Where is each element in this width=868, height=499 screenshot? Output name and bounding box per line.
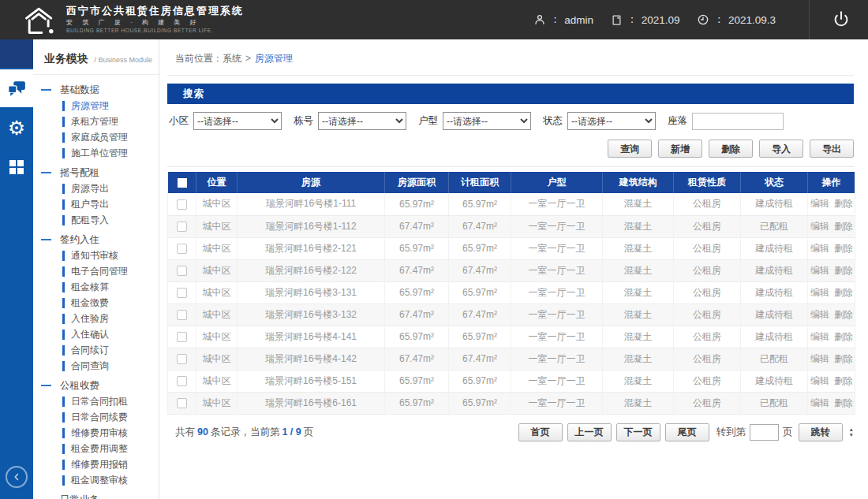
edit-link[interactable]: 编辑 (810, 287, 829, 298)
delete-link[interactable]: 删除 (834, 309, 853, 320)
menu-group-label[interactable]: 日常业务 (60, 493, 99, 499)
table-row: 城中区瑞景河畔16号楼1-11165.97m²65.97m²一室一厅一卫混凝土公… (168, 193, 855, 215)
delete-link[interactable]: 删除 (834, 331, 853, 342)
page-buttons: 首页上一页下一页尾页 (518, 423, 709, 441)
edit-link[interactable]: 编辑 (810, 243, 829, 254)
select-all-checkbox[interactable] (178, 178, 187, 188)
sidebar-item[interactable]: 租户导出 (33, 196, 159, 212)
search-select-2[interactable]: --请选择-- (318, 112, 406, 130)
delete-link[interactable]: 删除 (834, 198, 853, 209)
menu-group[interactable]: 基础数据 (33, 82, 159, 98)
menu-group-label[interactable]: 摇号配租 (60, 166, 99, 180)
jump-button[interactable]: 跳转 (799, 423, 843, 441)
prev-page-button[interactable]: 上一页 (567, 423, 612, 441)
edit-link[interactable]: 编辑 (810, 353, 829, 364)
last-page-button[interactable]: 尾页 (665, 423, 709, 441)
nav-settings[interactable]: ⚙ (0, 109, 33, 147)
column-header: 户型 (511, 172, 603, 193)
search-select-3[interactable]: --请选择-- (443, 112, 531, 130)
delete-link[interactable]: 删除 (834, 265, 853, 276)
sidebar-item[interactable]: 租金调整审核 (33, 472, 159, 488)
sidebar-item[interactable]: 通知书审核 (33, 248, 159, 263)
delete-button[interactable]: 删除 (709, 140, 753, 158)
sidebar-item[interactable]: 入住确认 (33, 326, 159, 342)
sidebar-item[interactable]: 配租导入 (33, 212, 159, 228)
edit-link[interactable]: 编辑 (810, 198, 829, 209)
search-select-1[interactable]: --请选择-- (193, 112, 282, 130)
sidebar-item[interactable]: 房源管理 (33, 98, 159, 114)
delete-link[interactable]: 删除 (834, 287, 853, 298)
sidebar-item-label: 维修费用报销 (71, 458, 128, 471)
export-button[interactable]: 导出 (810, 140, 854, 158)
nav-apps[interactable] (0, 148, 33, 186)
menu-group[interactable]: 日常业务 (33, 492, 159, 499)
row-checkbox[interactable] (177, 332, 187, 342)
sidebar-item[interactable]: 日常合同续费 (33, 409, 159, 425)
delete-link[interactable]: 删除 (834, 221, 853, 232)
checkbox-cell (168, 281, 196, 303)
delete-link[interactable]: 删除 (834, 375, 853, 386)
delete-link[interactable]: 删除 (834, 397, 853, 408)
nav-messages[interactable] (0, 69, 33, 107)
row-checkbox[interactable] (177, 244, 187, 254)
edit-link[interactable]: 编辑 (810, 265, 829, 276)
collapse-sidebar-button[interactable] (6, 466, 28, 488)
sidebar-item[interactable]: 电子合同管理 (33, 263, 159, 279)
row-checkbox[interactable] (177, 376, 187, 386)
sidebar-item[interactable]: 家庭成员管理 (33, 129, 159, 145)
edit-link[interactable]: 编辑 (810, 397, 829, 408)
query-button[interactable]: 查询 (608, 140, 652, 158)
location-cell: 城中区 (196, 326, 238, 348)
status-cell: 建成待租 (741, 303, 808, 326)
sidebar-item[interactable]: 合同续订 (33, 342, 159, 358)
edit-link[interactable]: 编辑 (810, 375, 829, 386)
sidebar-item[interactable]: 租金徴费 (33, 295, 159, 311)
edit-link[interactable]: 编辑 (810, 221, 829, 232)
sidebar-item-label: 租金核算 (71, 281, 109, 294)
rent-area-cell: 65.97m² (449, 392, 511, 414)
row-checkbox[interactable] (177, 222, 187, 232)
spinner-down-icon[interactable]: ▼ (849, 432, 854, 438)
edit-link[interactable]: 编辑 (810, 331, 829, 342)
sidebar-item[interactable]: 维修费用审核 (33, 425, 159, 441)
sidebar-item[interactable]: 房源导出 (33, 181, 159, 196)
operation-cell: 编辑删除 (808, 193, 855, 215)
sidebar-item[interactable]: 租金核算 (33, 279, 159, 295)
spinner-control[interactable]: ▲ ▼ (849, 426, 854, 438)
row-checkbox[interactable] (177, 398, 187, 408)
next-page-button[interactable]: 下一页 (616, 423, 660, 441)
first-page-button[interactable]: 首页 (518, 423, 563, 441)
sidebar-item[interactable]: 租金费用调整 (33, 441, 159, 456)
sidebar-item[interactable]: 日常合同扣租 (33, 393, 159, 409)
delete-link[interactable]: 删除 (834, 353, 853, 364)
sidebar-item-label: 日常合同扣租 (71, 395, 128, 408)
grid-icon (9, 160, 24, 174)
goto-unit: 页 (783, 426, 793, 439)
menu-group[interactable]: 摇号配租 (33, 165, 159, 181)
add-button[interactable]: 新增 (658, 140, 702, 158)
search-select-4[interactable]: --请选择-- (567, 112, 656, 130)
sidebar-item[interactable]: 维修费用报销 (33, 456, 159, 472)
goto-page-input[interactable] (750, 424, 779, 441)
delete-link[interactable]: 删除 (834, 243, 853, 254)
breadcrumb-current[interactable]: 房源管理 (255, 53, 293, 64)
menu-group-label[interactable]: 公租收费 (60, 379, 99, 393)
row-checkbox[interactable] (177, 310, 187, 320)
menu-group-label[interactable]: 签约入住 (60, 233, 99, 247)
edit-link[interactable]: 编辑 (810, 309, 829, 320)
menu-group[interactable]: 签约入住 (33, 232, 159, 248)
spinner-up-icon[interactable]: ▲ (849, 426, 854, 432)
import-button[interactable]: 导入 (759, 140, 803, 158)
sidebar-item[interactable]: 合同查询 (33, 358, 159, 374)
menu-group-label[interactable]: 基础数据 (60, 84, 99, 97)
row-checkbox[interactable] (177, 266, 187, 276)
menu-group[interactable]: 公租收费 (33, 378, 159, 393)
row-checkbox[interactable] (177, 199, 187, 210)
row-checkbox[interactable] (177, 354, 187, 364)
sidebar-item[interactable]: 承租方管理 (33, 114, 159, 129)
sidebar-item[interactable]: 施工单位管理 (33, 145, 159, 161)
location-input[interactable] (692, 113, 784, 130)
row-checkbox[interactable] (177, 288, 187, 298)
sidebar-item[interactable]: 入住验房 (33, 311, 159, 326)
power-button[interactable] (832, 10, 851, 29)
